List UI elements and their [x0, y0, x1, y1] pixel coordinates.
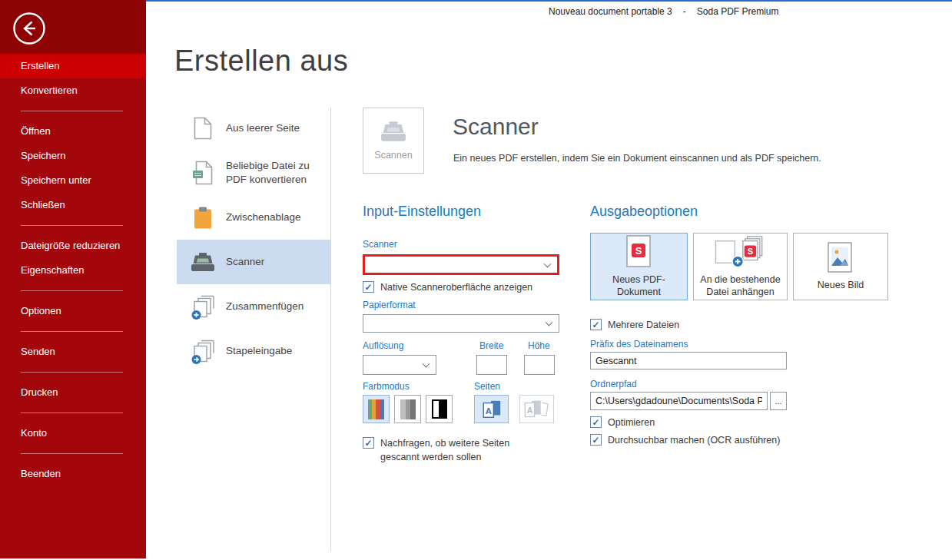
- list-item-zusammenfuegen[interactable]: Zusammenfügen: [177, 284, 330, 329]
- new-image-icon: [828, 242, 854, 274]
- backstage-sidebar: Erstellen Konvertieren Öffnen Speichern …: [0, 0, 146, 558]
- sidebar-item-speichern[interactable]: Speichern: [0, 144, 146, 168]
- panel-title: Scanner: [453, 114, 539, 140]
- pages-label: Seiten: [474, 381, 500, 392]
- pages-simplex-button[interactable]: A: [474, 395, 509, 423]
- clipboard-icon: [190, 207, 216, 229]
- blank-page-icon: [190, 117, 216, 140]
- sidebar-item-schliessen[interactable]: Schließen: [0, 193, 146, 217]
- sidebar-divider: [0, 446, 146, 462]
- sidebar-item-oeffnen[interactable]: Öffnen: [0, 119, 146, 144]
- multiple-files-checkbox[interactable]: ✓ Mehrere Dateien: [590, 319, 679, 332]
- folder-path-label: Ordnerpfad: [590, 379, 637, 389]
- vertical-divider: [330, 108, 331, 552]
- back-arrow-icon: [12, 12, 46, 45]
- page-title: Erstellen aus: [174, 45, 348, 78]
- card-label: Neues PDF-Dokument: [599, 273, 679, 299]
- output-card-new-image[interactable]: Neues Bild: [793, 233, 888, 300]
- sidebar-item-optionen[interactable]: Optionen: [0, 299, 146, 323]
- checkbox-checked: ✓: [363, 281, 374, 293]
- card-label: An die bestehende Datei anhängen: [696, 273, 784, 299]
- color-mode-color-button[interactable]: [363, 395, 390, 423]
- native-scanner-ui-checkbox[interactable]: ✓ Native Scanneroberfläche anzeigen: [363, 281, 532, 294]
- list-item-label: Aus leerer Seite: [226, 121, 330, 135]
- sidebar-item-drucken[interactable]: Drucken: [0, 380, 146, 405]
- chevron-down-icon: [544, 260, 552, 267]
- checkbox-label: Optimieren: [608, 416, 655, 429]
- sidebar-item-erstellen[interactable]: Erstellen: [0, 54, 146, 78]
- optimize-checkbox[interactable]: ✓ Optimieren: [590, 416, 655, 429]
- filename-prefix-input[interactable]: [590, 352, 787, 369]
- back-button[interactable]: [12, 12, 46, 45]
- scanner-select[interactable]: [363, 254, 559, 275]
- window-titlebar: Nouveau document portable 3 - Soda PDF P…: [549, 6, 778, 17]
- document-title: Nouveau document portable 3: [549, 6, 672, 17]
- merge-pages-icon: [190, 293, 216, 320]
- list-item-label: Beliebige Datei zu PDF konvertieren: [226, 159, 330, 187]
- list-item-label: Zusammenfügen: [226, 300, 330, 313]
- scan-button-label: Scannen: [374, 150, 412, 161]
- width-input[interactable]: [476, 355, 507, 375]
- pages-duplex-button[interactable]: A: [519, 395, 554, 423]
- sidebar-item-eigenschaften[interactable]: Eigenschaften: [0, 258, 146, 283]
- resolution-select[interactable]: [363, 355, 436, 375]
- sidebar-divider: [0, 405, 146, 421]
- svg-text:A: A: [526, 406, 532, 414]
- double-sided-page-icon: A: [522, 399, 552, 419]
- sidebar-item-konvertieren[interactable]: Konvertieren: [0, 78, 146, 103]
- list-item-scanner[interactable]: Scanner: [177, 240, 330, 284]
- checkbox-label: Durchsuchbar machen (OCR ausführen): [608, 433, 780, 447]
- color-mode-grayscale-button[interactable]: [394, 395, 421, 423]
- card-label: Neues Bild: [818, 279, 864, 291]
- svg-text:S: S: [747, 247, 752, 256]
- scan-button[interactable]: Scannen: [363, 108, 424, 174]
- checkbox-label: Native Scanneroberfläche anzeigen: [380, 280, 532, 294]
- sidebar-item-senden[interactable]: Senden: [0, 340, 146, 364]
- sidebar-header: [0, 0, 146, 54]
- sidebar-divider: [0, 323, 146, 340]
- output-options-section: Ausgabeoptionen S Neues PDF-Dokument S A…: [590, 204, 890, 480]
- list-item-aus-leerer-seite[interactable]: Aus leerer Seite: [177, 106, 330, 151]
- single-sided-page-icon: A: [481, 399, 503, 419]
- ocr-checkbox[interactable]: ✓ Durchsuchbar machen (OCR ausführen): [590, 434, 780, 447]
- svg-text:A: A: [485, 406, 491, 415]
- ask-more-pages-checkbox[interactable]: ✓ Nachfragen, ob weitere Seiten gescannt…: [363, 437, 551, 464]
- chevron-down-icon: [546, 319, 553, 326]
- sidebar-item-beenden[interactable]: Beenden: [0, 462, 146, 486]
- black-white-icon: [432, 399, 447, 419]
- list-item-label: Scanner: [226, 255, 330, 269]
- color-mode-bw-button[interactable]: [426, 395, 453, 423]
- sidebar-item-speichern-unter[interactable]: Speichern unter: [0, 168, 146, 193]
- grayscale-stripes-icon: [400, 399, 416, 419]
- browse-folder-button[interactable]: ...: [770, 392, 787, 410]
- title-separator: -: [683, 6, 686, 17]
- list-item-datei-zu-pdf[interactable]: Beliebige Datei zu PDF konvertieren: [177, 151, 330, 195]
- scanner-icon: [190, 253, 216, 272]
- sidebar-item-konto[interactable]: Konto: [0, 421, 146, 446]
- output-options-header: Ausgabeoptionen: [590, 204, 890, 220]
- soda-pdf-document-icon: S: [626, 235, 652, 269]
- list-item-stapeleingabe[interactable]: Stapeleingabe: [177, 329, 330, 373]
- sidebar-divider: [0, 364, 146, 380]
- list-item-zwischenablage[interactable]: Zwischenablage: [177, 195, 330, 240]
- output-card-new-pdf[interactable]: S Neues PDF-Dokument: [590, 233, 688, 300]
- checkbox-label: Nachfragen, ob weitere Seiten gescannt w…: [380, 436, 551, 464]
- height-input[interactable]: [524, 355, 555, 375]
- chevron-down-icon: [423, 360, 430, 368]
- scanner-field-label: Scanner: [363, 239, 397, 250]
- color-stripes-icon: [368, 399, 384, 419]
- app-title: Soda PDF Premium: [697, 6, 779, 17]
- paper-format-select[interactable]: [363, 314, 559, 333]
- input-settings-header: Input-Einstellungen: [363, 204, 559, 220]
- scanner-disabled-icon: [380, 121, 406, 142]
- paper-format-label: Papierformat: [363, 300, 416, 310]
- panel-description: Ein neues PDF erstellen, indem Sie ein D…: [453, 153, 821, 164]
- width-label: Breite: [479, 340, 503, 351]
- create-source-list: Aus leerer Seite Beliebige Datei zu PDF …: [177, 106, 330, 373]
- folder-path-input[interactable]: [590, 392, 768, 410]
- svg-text:S: S: [635, 244, 642, 256]
- sidebar-item-dateigroesse-reduzieren[interactable]: Dateigröße reduzieren: [0, 234, 146, 258]
- output-card-append-existing[interactable]: S An die bestehende Datei anhängen: [693, 233, 788, 300]
- output-cards-row: S Neues PDF-Dokument S An die bestehende…: [590, 233, 890, 302]
- filename-prefix-label: Präfix des Dateinamens: [590, 339, 688, 350]
